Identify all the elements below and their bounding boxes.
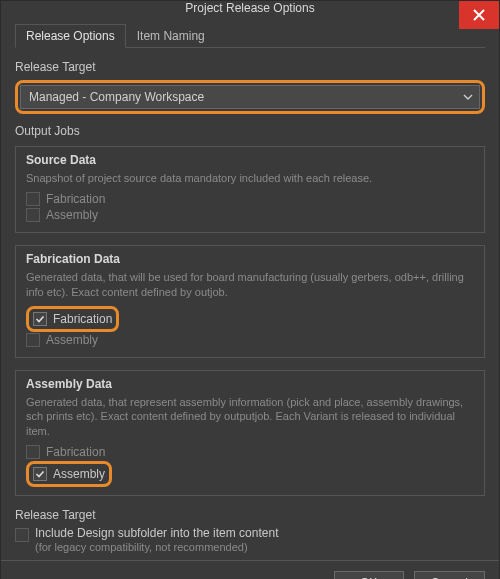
close-icon: [473, 9, 485, 21]
dialog-content: Release Options Item Naming Release Targ…: [1, 15, 499, 560]
source-fabrication-label: Fabrication: [46, 192, 105, 206]
output-jobs-label: Output Jobs: [15, 124, 485, 138]
fabrication-assembly-checkbox[interactable]: [26, 333, 40, 347]
dialog-window: Project Release Options Release Options …: [0, 0, 500, 579]
cancel-button[interactable]: Cancel: [414, 571, 485, 579]
assembly-fabrication-label: Fabrication: [46, 445, 105, 459]
assembly-assembly-label: Assembly: [53, 467, 105, 481]
titlebar: Project Release Options: [1, 1, 499, 15]
fabrication-fabrication-checkbox[interactable]: [33, 312, 47, 326]
source-fabrication-checkbox[interactable]: [26, 192, 40, 206]
fabrication-fabrication-label: Fabrication: [53, 312, 112, 326]
include-subfolder-row: Include Design subfolder into the item c…: [15, 526, 485, 554]
release-target-value: Managed - Company Workspace: [29, 90, 204, 104]
check-icon: [35, 469, 45, 479]
tab-release-options[interactable]: Release Options: [15, 24, 126, 48]
release-target-footer-label: Release Target: [15, 508, 485, 522]
source-assembly-label: Assembly: [46, 208, 98, 222]
close-button[interactable]: [459, 1, 499, 29]
source-data-title: Source Data: [26, 153, 474, 167]
fabrication-data-title: Fabrication Data: [26, 252, 474, 266]
assembly-assembly-row: Assembly: [33, 467, 105, 481]
include-subfolder-text: Include Design subfolder into the item c…: [35, 526, 278, 554]
source-data-desc: Snapshot of project source data mandator…: [26, 171, 474, 186]
source-assembly-row: Assembly: [26, 208, 474, 222]
group-assembly-data: Assembly Data Generated data, that repre…: [15, 370, 485, 497]
assembly-fabrication-checkbox[interactable]: [26, 445, 40, 459]
assembly-fabrication-row: Fabrication: [26, 445, 474, 459]
chevron-down-icon: [463, 94, 473, 100]
assembly-data-title: Assembly Data: [26, 377, 474, 391]
assembly-data-desc: Generated data, that represent assembly …: [26, 395, 474, 440]
release-target-highlight: Managed - Company Workspace: [15, 80, 485, 114]
check-icon: [35, 314, 45, 324]
assembly-assembly-checkbox[interactable]: [33, 467, 47, 481]
group-fabrication-data: Fabrication Data Generated data, that wi…: [15, 245, 485, 358]
source-assembly-checkbox[interactable]: [26, 208, 40, 222]
release-target-label: Release Target: [15, 60, 485, 74]
tab-item-naming[interactable]: Item Naming: [126, 24, 216, 48]
source-fabrication-row: Fabrication: [26, 192, 474, 206]
dialog-title: Project Release Options: [185, 1, 314, 15]
include-subfolder-checkbox[interactable]: [15, 528, 29, 542]
group-source-data: Source Data Snapshot of project source d…: [15, 146, 485, 233]
include-subfolder-note: (for legacy compatibility, not recommend…: [35, 540, 278, 554]
release-target-dropdown[interactable]: Managed - Company Workspace: [20, 85, 480, 109]
button-bar: OK Cancel: [1, 560, 499, 579]
fabrication-assembly-row: Assembly: [26, 333, 474, 347]
assembly-assembly-highlight: Assembly: [26, 461, 112, 487]
ok-button[interactable]: OK: [334, 571, 404, 579]
tab-bar: Release Options Item Naming: [15, 23, 485, 48]
fabrication-fabrication-highlight: Fabrication: [26, 306, 119, 332]
include-subfolder-label: Include Design subfolder into the item c…: [35, 526, 278, 540]
fabrication-fabrication-row: Fabrication: [33, 312, 112, 326]
fabrication-assembly-label: Assembly: [46, 333, 98, 347]
fabrication-data-desc: Generated data, that will be used for bo…: [26, 270, 474, 300]
